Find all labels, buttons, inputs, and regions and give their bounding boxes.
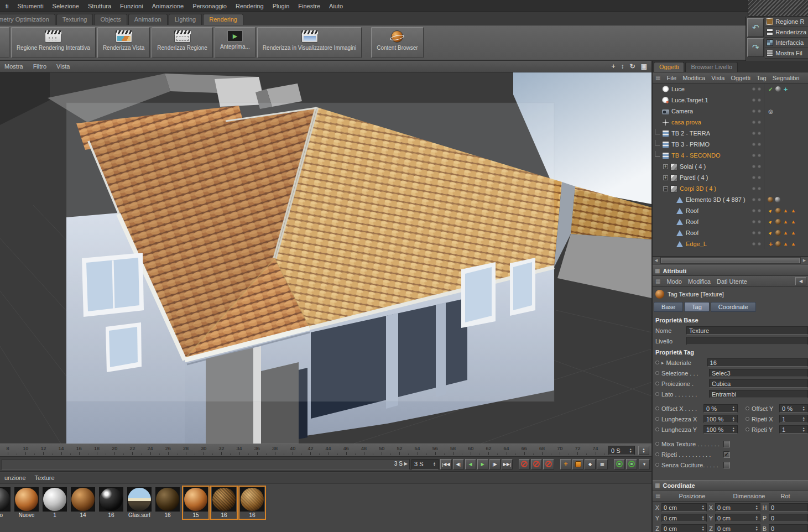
value-stepper[interactable]: ▲▼ <box>802 406 805 411</box>
expand-icon[interactable]: + <box>663 175 668 180</box>
render-dot[interactable] <box>758 132 761 135</box>
visibility-toggles[interactable] <box>749 98 764 102</box>
proiezione-field[interactable]: Cubica <box>709 379 808 388</box>
attribute-tab-tag[interactable]: Tag <box>684 302 710 312</box>
visibility-dot[interactable] <box>752 121 755 124</box>
attribute-menu-modo[interactable]: Modo <box>666 278 682 285</box>
scroll-left-icon[interactable]: ◀ <box>653 257 660 264</box>
menubar-item-selezione[interactable]: Selezione <box>48 1 84 11</box>
visibility-toggles[interactable] <box>749 121 764 124</box>
rotate-icon[interactable]: ↻ <box>630 62 635 70</box>
render-dot[interactable] <box>758 98 761 102</box>
viewport-menu-filtro[interactable]: Filtro <box>33 63 46 70</box>
position-z-field[interactable]: 0 cm▲▼ <box>661 524 707 532</box>
offset-y-field[interactable]: 0 %▲▼ <box>779 404 808 413</box>
toolbar-renderizza-regione-button[interactable]: Renderizza Regione <box>152 27 213 58</box>
anim-dot[interactable] <box>746 417 749 421</box>
ripeti-y-field[interactable]: 1▲▼ <box>779 425 808 434</box>
material-menu-texture[interactable]: Texture <box>35 474 55 481</box>
visibility-toggles[interactable] <box>749 165 764 168</box>
attribute-tab-base[interactable]: Base <box>654 302 683 312</box>
tri-badge[interactable] <box>790 208 796 214</box>
visibility-toggles[interactable] <box>749 154 764 157</box>
current-time-stepper[interactable]: ▲▼ <box>433 462 436 467</box>
anim-dot[interactable] <box>655 382 659 385</box>
menubar-item-aiuto[interactable]: Aiuto <box>325 1 347 11</box>
visibility-dot[interactable] <box>752 98 755 102</box>
visibility-toggles[interactable] <box>749 209 764 212</box>
livello-field[interactable] <box>686 337 808 345</box>
render-dot[interactable] <box>758 165 761 168</box>
target-badge[interactable] <box>768 108 774 114</box>
ripeti-x-field[interactable]: 1▲▼ <box>779 415 808 423</box>
visibility-toggles[interactable] <box>749 176 764 179</box>
visibility-dot[interactable] <box>752 220 755 223</box>
anim-dot[interactable] <box>746 427 749 431</box>
rotation-b-field[interactable]: 0 <box>769 524 808 532</box>
quick-item-mostra-fil[interactable]: Mostra Fil <box>765 48 808 59</box>
render-dot[interactable] <box>758 154 761 157</box>
object-row-pareti-4[interactable]: +Pareti ( 4 ) <box>653 172 808 183</box>
coord-menu-dimensione[interactable]: Dimensione <box>723 493 774 499</box>
toolbar-anteprima-button[interactable]: Anteprima... <box>215 27 256 58</box>
menubar-item-animazione[interactable]: Animazione <box>148 1 188 11</box>
ballb-badge[interactable] <box>775 241 781 247</box>
record-scale-button[interactable] <box>531 459 542 470</box>
anim-dot[interactable] <box>746 406 749 410</box>
pan-icon[interactable]: + <box>612 62 616 70</box>
visibility-toggles[interactable] <box>749 242 764 246</box>
layout-tab-lighting[interactable]: Lighting <box>169 14 202 25</box>
dolly-icon[interactable]: ↕ <box>621 62 624 70</box>
render-dot[interactable] <box>758 198 761 201</box>
visibility-dot[interactable] <box>752 132 755 135</box>
material-thumb[interactable]: 16 <box>97 486 125 520</box>
object-row-tb-4-secondo[interactable]: TB 4 - SECONDO <box>653 150 808 161</box>
object-row-tb-2-terra[interactable]: TB 2 - TERRA <box>653 128 808 139</box>
object-tree-hscrollbar[interactable]: ◀ ▶ <box>653 256 808 264</box>
options-grid-button[interactable]: ▦ <box>597 459 608 470</box>
rotation-h-field[interactable]: 0 <box>769 503 808 512</box>
menubar-item-struttura[interactable]: Struttura <box>84 1 116 11</box>
menubar-item-funzioni[interactable]: Funzioni <box>116 1 148 11</box>
object-row-roof[interactable]: Roof <box>653 227 808 238</box>
timeline-end-field[interactable]: 0 S ▲▼ <box>608 446 635 455</box>
mixa-texture-checkbox[interactable] <box>723 441 730 447</box>
attribute-menu-dati-utente[interactable]: Dati Utente <box>717 278 747 285</box>
materiale-field[interactable]: 16 <box>707 358 808 367</box>
object-menu-file[interactable]: File <box>666 75 676 81</box>
value-stepper[interactable]: ▲▼ <box>702 515 705 520</box>
quick-item-interfaccia[interactable]: Interfaccia <box>765 38 808 48</box>
visibility-dot[interactable] <box>752 87 755 91</box>
expand-icon[interactable]: + <box>663 164 668 169</box>
value-stepper[interactable]: ▲▼ <box>702 505 705 510</box>
toolbar-content-browser-button[interactable]: Content Browser <box>371 27 423 58</box>
timeline-end-stepper[interactable]: ▲▼ <box>629 448 632 453</box>
collapse-icon[interactable]: − <box>663 186 668 191</box>
tri-badge[interactable] <box>790 230 796 236</box>
value-stepper[interactable]: ▲▼ <box>732 427 735 432</box>
menubar-item-ti[interactable]: ti <box>1 1 13 11</box>
anim-dot[interactable] <box>655 417 659 421</box>
toolbar-button-partial[interactable] <box>0 27 9 58</box>
history-back-button[interactable]: ◀ <box>795 277 806 285</box>
object-row-camera[interactable]: Camera <box>653 106 808 117</box>
visibility-toggles[interactable] <box>749 143 764 146</box>
keyframe-button[interactable]: ◆ <box>585 459 596 470</box>
render-dot[interactable] <box>758 143 761 146</box>
material-menu-unzione[interactable]: unzione <box>4 474 26 481</box>
visibility-toggles[interactable] <box>749 231 764 234</box>
render-dot[interactable] <box>758 87 761 91</box>
menubar-item-rendering[interactable]: Rendering <box>231 1 268 11</box>
tri-badge[interactable] <box>783 230 789 236</box>
quick-item-renderizza[interactable]: Renderizza <box>765 27 808 38</box>
cone-badge[interactable] <box>768 208 774 214</box>
toolbar-renderizza-in-visualizzatore-immagini-button[interactable]: Renderizza in Visualizzatore Immagini <box>257 27 362 58</box>
ball-badge[interactable] <box>775 197 780 202</box>
render-dot[interactable] <box>758 187 761 190</box>
layout-tab-ometry-optimization[interactable]: ometry Optimization <box>0 14 55 25</box>
object-menu-oggetti[interactable]: Oggetti <box>731 75 750 81</box>
object-row-solai-4[interactable]: +Solai ( 4 ) <box>653 161 808 172</box>
value-stepper[interactable]: ▲▼ <box>755 526 758 531</box>
value-stepper[interactable]: ▲▼ <box>732 416 735 421</box>
autokey-button[interactable]: + <box>560 459 571 470</box>
